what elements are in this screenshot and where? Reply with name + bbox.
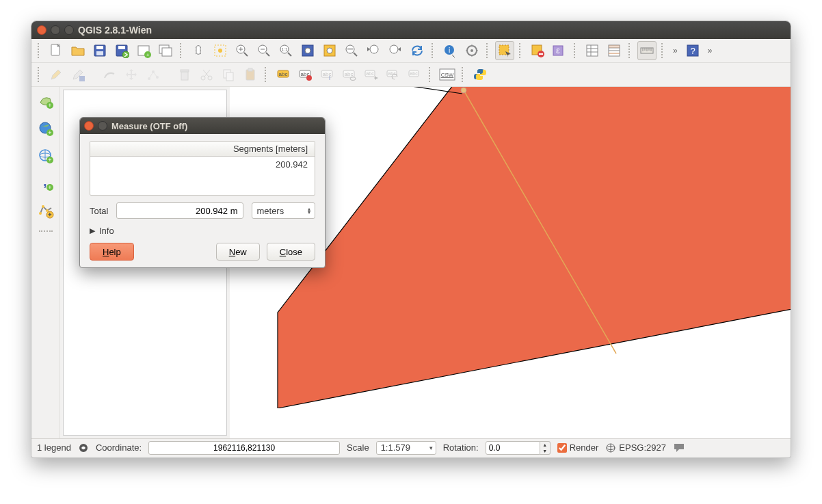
segments-header: Segments [meters]: [90, 142, 315, 157]
toolbar-grip[interactable]: [462, 67, 466, 82]
help-icon[interactable]: ?: [683, 41, 702, 60]
new-button[interactable]: New: [216, 243, 260, 261]
render-toggle[interactable]: Render: [557, 442, 599, 453]
legend-count: 1 legend: [37, 442, 71, 453]
window-close-button[interactable]: [37, 25, 47, 35]
dialog-titlebar[interactable]: Measure (OTF off): [80, 118, 325, 134]
delete-selected-icon[interactable]: [175, 65, 194, 84]
toolbar-grip[interactable]: [628, 43, 633, 58]
toggle-editing-icon[interactable]: [47, 65, 66, 84]
zoom-out-icon[interactable]: [254, 41, 274, 60]
open-project-icon[interactable]: [68, 41, 88, 60]
save-as-icon[interactable]: [112, 41, 131, 60]
dialog-close-button[interactable]: [84, 121, 94, 131]
pan-icon[interactable]: [189, 41, 208, 60]
window-maximize-button[interactable]: [64, 25, 74, 35]
zoom-to-layer-icon[interactable]: [342, 41, 361, 60]
total-label: Total: [90, 206, 108, 216]
info-disclosure[interactable]: ▶ Info: [90, 226, 315, 236]
zoom-to-selection-icon[interactable]: [320, 41, 339, 60]
window-minimize-button[interactable]: [51, 25, 60, 35]
scale-selector[interactable]: 1:1.579: [376, 441, 436, 455]
add-feature-icon[interactable]: [100, 65, 119, 84]
label-show-icon[interactable]: abc: [339, 65, 358, 84]
toolbar-grip[interactable]: [180, 43, 184, 58]
csw-icon[interactable]: CSW: [438, 65, 457, 84]
deselect-icon[interactable]: [528, 41, 547, 60]
svg-rect-71: [248, 68, 252, 71]
coordinate-label: Coordinate:: [96, 442, 142, 453]
expression-select-icon[interactable]: ε: [550, 41, 569, 60]
svg-rect-60: [79, 76, 85, 81]
zoom-in-icon[interactable]: [233, 41, 252, 60]
rotation-input[interactable]: [486, 441, 540, 455]
new-project-icon[interactable]: [47, 41, 66, 60]
toolbar-grip[interactable]: [265, 67, 269, 82]
zoom-full-icon[interactable]: [298, 41, 317, 60]
toolbar-grip[interactable]: [661, 43, 665, 58]
add-delimited-text-icon[interactable]: ,+: [36, 173, 56, 194]
select-features-icon[interactable]: [495, 41, 514, 60]
toolbar-file: + 1:1 i ε » ? »: [31, 39, 791, 63]
save-edits-icon[interactable]: [68, 65, 88, 84]
copy-features-icon[interactable]: [219, 65, 238, 84]
messages-icon[interactable]: [673, 442, 685, 453]
cut-features-icon[interactable]: [197, 65, 216, 84]
paste-features-icon[interactable]: [241, 65, 260, 84]
svg-line-22: [288, 53, 291, 56]
rotation-spinner[interactable]: ▲▼: [486, 441, 551, 455]
dialog-min-button[interactable]: [98, 121, 107, 131]
segment-row[interactable]: 200.942: [90, 157, 315, 195]
spin-down-icon[interactable]: ▼: [540, 448, 550, 454]
close-button[interactable]: Close: [267, 243, 315, 261]
new-shapefile-icon[interactable]: ✦: [36, 200, 56, 221]
label-tool-icon[interactable]: abc: [274, 65, 293, 84]
toolbar-grip[interactable]: [429, 67, 433, 82]
spin-up-icon[interactable]: ▲: [540, 442, 550, 448]
refresh-icon[interactable]: [408, 41, 427, 60]
python-console-icon[interactable]: [470, 65, 490, 84]
toggle-extents-icon[interactable]: [78, 442, 89, 453]
measure-line-icon[interactable]: [637, 41, 657, 60]
pan-to-selection-icon[interactable]: [211, 41, 230, 60]
svg-text:+: +: [146, 52, 150, 58]
add-wms-layer-icon[interactable]: +: [36, 146, 56, 166]
attribute-table-icon[interactable]: [583, 41, 602, 60]
field-calculator-icon[interactable]: [605, 41, 624, 60]
zoom-last-icon[interactable]: [364, 41, 383, 60]
node-tool-icon[interactable]: [144, 65, 163, 84]
toolbar-overflow-icon[interactable]: »: [670, 46, 680, 55]
label-move-icon[interactable]: abc: [361, 65, 380, 84]
add-raster-layer-icon[interactable]: +: [36, 118, 56, 139]
label-rotate-icon[interactable]: abc: [383, 65, 402, 84]
units-selector[interactable]: meters ▴▾: [252, 202, 315, 219]
new-composer-icon[interactable]: +: [134, 41, 153, 60]
add-vector-layer-icon[interactable]: +: [36, 91, 56, 111]
render-checkbox[interactable]: [557, 443, 567, 453]
window-title: QGIS 2.8.1-Wien: [78, 25, 152, 36]
toolbar-grip[interactable]: [432, 43, 436, 58]
svg-rect-11: [162, 48, 172, 56]
rotation-label: Rotation:: [443, 442, 479, 453]
label-highlight-icon[interactable]: abc: [295, 65, 315, 84]
layer-toolbar: + + + ,+ ✦: [31, 87, 60, 438]
identify-icon[interactable]: i: [440, 41, 460, 60]
composer-manager-icon[interactable]: [156, 41, 175, 60]
toolbar-grip[interactable]: [519, 43, 523, 58]
crs-button[interactable]: EPSG:2927: [605, 442, 666, 453]
toolbar-overflow-icon[interactable]: »: [705, 46, 715, 55]
svg-point-104: [42, 205, 44, 208]
toolbar-grip[interactable]: [38, 43, 42, 58]
coordinate-input[interactable]: [148, 441, 340, 455]
save-project-icon[interactable]: [90, 41, 109, 60]
help-button[interactable]: Help: [90, 243, 134, 261]
toolbar-grip[interactable]: [38, 67, 42, 82]
toolbar-grip[interactable]: [574, 43, 578, 58]
zoom-next-icon[interactable]: [386, 41, 405, 60]
zoom-native-icon[interactable]: 1:1: [276, 41, 295, 60]
label-pin-icon[interactable]: abc: [317, 65, 336, 84]
move-feature-icon[interactable]: [122, 65, 141, 84]
toolbar-grip[interactable]: [486, 43, 490, 58]
label-change-icon[interactable]: abc: [405, 65, 424, 84]
action-icon[interactable]: [462, 41, 481, 60]
